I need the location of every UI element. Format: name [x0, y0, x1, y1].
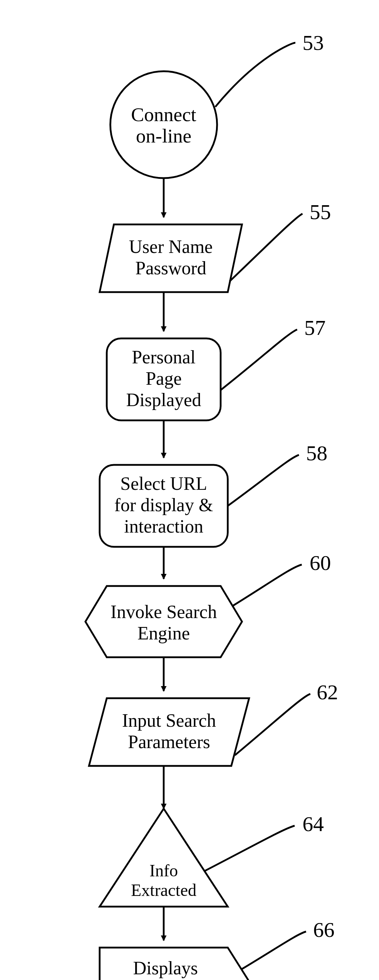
node-select-url: Select URL for display & interaction — [100, 465, 228, 547]
node-text: Displayed — [126, 390, 201, 410]
node-personal-page-displayed: Personal Page Displayed — [107, 339, 220, 420]
reference-connector — [233, 565, 302, 606]
node-text: interaction — [124, 516, 203, 536]
reference-connector — [205, 826, 295, 871]
reference-connector — [215, 43, 295, 107]
reference-label-55: 55 — [309, 200, 331, 224]
node-input-search-parameters: Input Search Parameters — [89, 698, 249, 766]
node-text: User Name — [129, 237, 212, 257]
reference-label-66: 66 — [313, 918, 335, 942]
reference-label-60: 60 — [309, 551, 331, 574]
reference-label-64: 64 — [303, 812, 324, 836]
node-connect-online: Connect on-line — [110, 71, 217, 178]
reference-connector — [220, 329, 297, 390]
node-text: Invoke Search — [111, 602, 217, 622]
node-text: for display & — [114, 495, 213, 515]
reference-label-58: 58 — [306, 441, 327, 465]
node-text: Extracted — [131, 881, 197, 899]
node-text: Displays — [133, 958, 198, 978]
node-text: Info — [149, 861, 178, 880]
reference-connector — [235, 694, 310, 755]
node-text: Connect — [131, 103, 196, 126]
node-text: Input Search — [122, 710, 216, 731]
node-text: Parameters — [128, 732, 210, 752]
node-username-password: User Name Password — [100, 224, 242, 292]
node-text: Page — [146, 368, 181, 389]
node-text: Personal — [132, 347, 195, 367]
node-text: Password — [135, 258, 206, 278]
node-displays-web-info: Displays WEB info — [100, 948, 249, 980]
reference-label-57: 57 — [304, 316, 326, 339]
reference-label-53: 53 — [303, 31, 324, 54]
node-text: Engine — [137, 623, 190, 643]
node-text: on-line — [136, 125, 192, 147]
node-info-extracted: Info Extracted — [100, 809, 228, 907]
reference-label-62: 62 — [317, 680, 338, 704]
node-invoke-search-engine: Invoke Search Engine — [86, 586, 242, 657]
reference-connector — [242, 932, 306, 969]
flowchart: Connect on-line 53 User Name Password 55… — [0, 0, 379, 980]
reference-connector — [228, 455, 299, 506]
node-text: Select URL — [120, 473, 207, 494]
